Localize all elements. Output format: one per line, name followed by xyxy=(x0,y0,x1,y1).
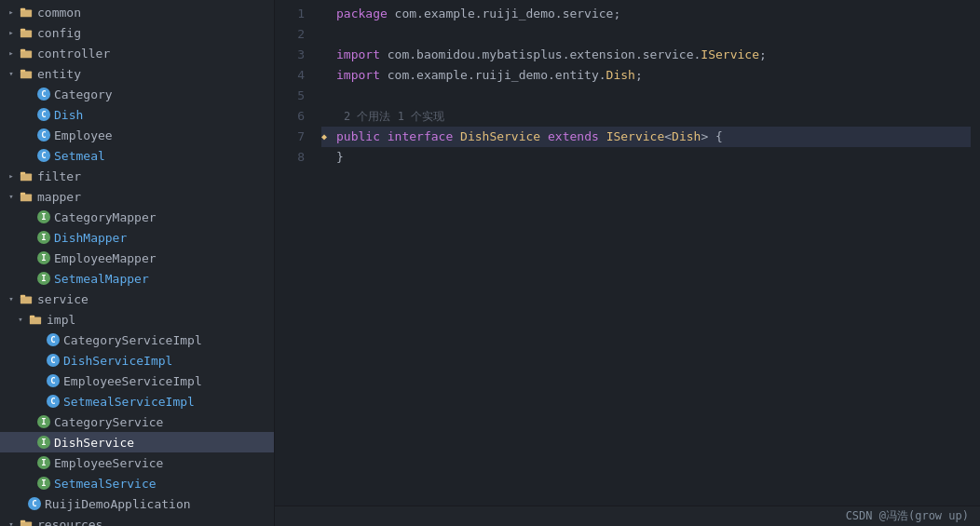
svg-rect-0 xyxy=(20,9,32,17)
generic-close: > xyxy=(701,127,708,147)
sidebar-item-DishServiceImpl[interactable]: CDishServiceImpl xyxy=(0,350,274,371)
sidebar-item-EmployeeMapper[interactable]: IEmployeeMapper xyxy=(0,248,274,268)
item-label: filter xyxy=(37,169,81,183)
arrow-open-icon xyxy=(4,66,19,81)
sidebar-item-SetmealServiceImpl[interactable]: CSetmealServiceImpl xyxy=(0,391,274,411)
item-label: RuijiDemoApplication xyxy=(45,497,191,511)
hint-line: 2 个用法 1 个实现 xyxy=(321,106,971,127)
item-label: CategoryService xyxy=(54,415,163,429)
sidebar-item-filter[interactable]: filter xyxy=(0,166,274,186)
arrow-open-icon xyxy=(4,291,19,306)
folder-icon xyxy=(19,5,34,20)
package-path: com.example.ruiji_demo.service; xyxy=(388,4,620,24)
arrow-none xyxy=(22,250,37,265)
svg-rect-6 xyxy=(20,71,32,78)
arrow-none xyxy=(32,353,47,368)
sidebar-item-config[interactable]: config xyxy=(0,22,274,43)
folder-icon xyxy=(19,517,34,526)
svg-rect-3 xyxy=(20,29,25,32)
space2 xyxy=(453,127,460,147)
sidebar-item-EmployeeService[interactable]: IEmployeeService xyxy=(0,452,274,473)
sidebar-item-RuijiDemoApplication[interactable]: CRuijiDemoApplication xyxy=(0,493,274,514)
folder-icon xyxy=(19,66,34,81)
code-line-7: } xyxy=(321,147,971,168)
class-badge: I xyxy=(37,251,50,264)
item-label: Dish xyxy=(54,108,83,122)
sidebar-item-impl[interactable]: impl xyxy=(0,309,274,330)
class-badge: C xyxy=(47,354,60,367)
csdn-watermark: CSDN @冯浩(grow up) xyxy=(846,508,969,524)
folder-icon xyxy=(19,291,34,306)
svg-rect-9 xyxy=(20,172,25,175)
arrow-none xyxy=(22,209,37,224)
sidebar-item-Setmeal[interactable]: CSetmeal xyxy=(0,145,274,166)
iservice-ref: IService xyxy=(606,127,665,147)
sidebar-item-Employee[interactable]: CEmployee xyxy=(0,125,274,145)
arrow-open-icon xyxy=(13,312,28,327)
sidebar-item-SetmealService[interactable]: ISetmealService xyxy=(0,473,274,493)
brace-close: } xyxy=(336,147,344,168)
arrow-none xyxy=(22,435,37,450)
sidebar-item-Category[interactable]: CCategory xyxy=(0,84,274,104)
item-label: service xyxy=(37,292,88,306)
class-badge: I xyxy=(37,231,50,244)
class-badge: I xyxy=(37,436,50,449)
arrow-none xyxy=(32,373,47,388)
code-line-1: package com.example.ruiji_demo.service; xyxy=(321,4,971,24)
svg-rect-13 xyxy=(20,295,25,298)
hint-text: 2 个用法 1 个实现 xyxy=(344,106,444,127)
sidebar-item-controller[interactable]: controller xyxy=(0,43,274,63)
sidebar-item-resources[interactable]: resources xyxy=(0,514,274,526)
kw-public: public xyxy=(336,127,380,147)
svg-rect-17 xyxy=(20,520,25,523)
class-badge: I xyxy=(37,210,50,223)
file-tree[interactable]: common config controller entityCCategory… xyxy=(0,0,275,526)
sidebar-item-service[interactable]: service xyxy=(0,289,274,309)
gutter-6: ◆ xyxy=(321,127,336,147)
item-label: EmployeeMapper xyxy=(54,251,157,265)
iservice-name: IService xyxy=(701,45,759,65)
svg-rect-7 xyxy=(20,70,25,73)
sidebar-item-CategoryService[interactable]: ICategoryService xyxy=(0,411,274,432)
item-label: DishMapper xyxy=(54,231,127,245)
class-badge: C xyxy=(37,88,50,101)
svg-rect-12 xyxy=(20,296,32,303)
class-badge: C xyxy=(37,108,50,121)
svg-rect-10 xyxy=(20,194,32,201)
svg-rect-2 xyxy=(20,30,32,37)
svg-rect-8 xyxy=(20,173,32,181)
sidebar-item-Dish[interactable]: CDish xyxy=(0,104,274,125)
item-label: Category xyxy=(54,88,113,101)
sidebar-item-entity[interactable]: entity xyxy=(0,63,274,84)
folder-icon xyxy=(19,25,34,40)
arrow-none xyxy=(32,394,47,409)
class-badge: I xyxy=(37,272,50,285)
item-label: EmployeeService xyxy=(54,456,163,470)
sidebar-item-EmployeeServiceImpl[interactable]: CEmployeeServiceImpl xyxy=(0,371,274,391)
kw-package: package xyxy=(336,4,388,24)
folder-icon xyxy=(28,312,43,327)
item-label: DishService xyxy=(54,436,134,450)
kw-interface: interface xyxy=(388,127,453,147)
sidebar-item-mapper[interactable]: mapper xyxy=(0,186,274,207)
line-numbers: 1 2 3 4 5 6 7 8 xyxy=(275,0,312,506)
code-line-3: import com.baomidou.mybatisplus.extensio… xyxy=(321,45,971,65)
svg-rect-1 xyxy=(20,8,25,11)
sidebar-item-SetmealMapper[interactable]: ISetmealMapper xyxy=(0,268,274,289)
arrow-none xyxy=(22,128,37,142)
sidebar-item-DishMapper[interactable]: IDishMapper xyxy=(0,227,274,248)
arrow-none xyxy=(22,87,37,101)
interface-name: DishService xyxy=(460,127,540,147)
class-badge: C xyxy=(47,395,60,408)
sidebar-item-DishService[interactable]: IDishService xyxy=(0,432,274,452)
arrow-none xyxy=(13,496,28,511)
folder-icon xyxy=(19,46,34,61)
sidebar-item-common[interactable]: common xyxy=(0,2,274,22)
code-line-5 xyxy=(321,86,971,106)
sidebar-item-CategoryMapper[interactable]: ICategoryMapper xyxy=(0,207,274,227)
class-badge: C xyxy=(37,128,50,142)
space3 xyxy=(540,127,548,147)
generic-open: < xyxy=(664,127,672,147)
sidebar-item-CategoryServiceImpl[interactable]: CCategoryServiceImpl xyxy=(0,330,274,350)
svg-rect-14 xyxy=(30,317,41,324)
